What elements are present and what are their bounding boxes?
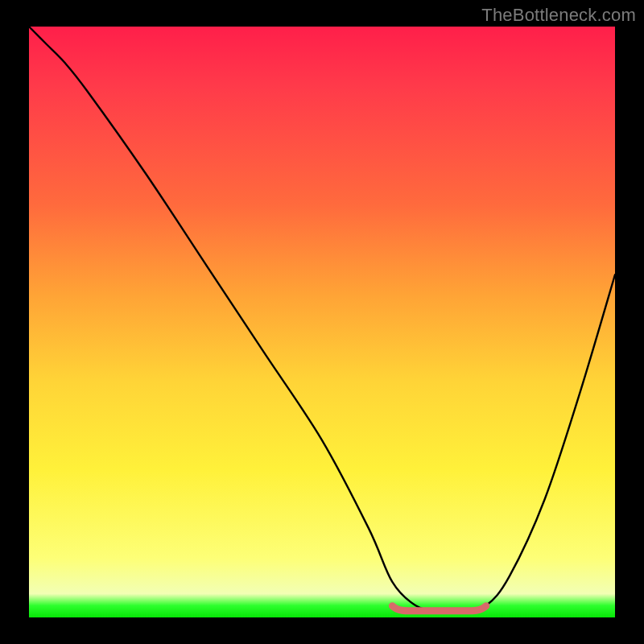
plot-area	[29, 27, 615, 617]
bottleneck-curve	[29, 27, 615, 613]
optimal-flat-segment	[392, 606, 485, 611]
watermark-text: TheBottleneck.com	[481, 5, 636, 26]
curve-layer	[29, 27, 615, 617]
chart-frame: TheBottleneck.com	[0, 0, 644, 644]
